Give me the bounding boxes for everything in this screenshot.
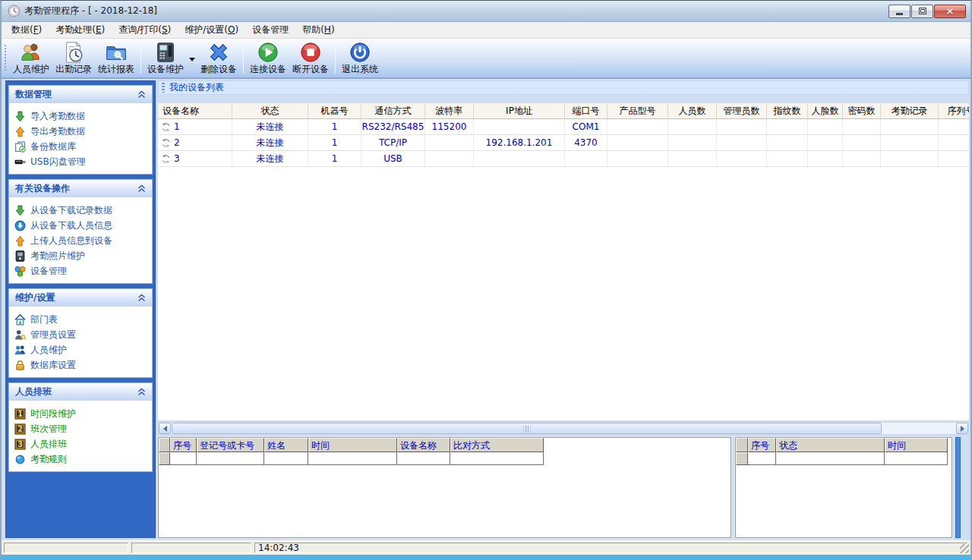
toolbar-button-users[interactable]: 人员维护 (10, 40, 52, 77)
grid-cell (776, 452, 885, 465)
device-column-header: 设备名称 (158, 103, 232, 118)
menu-item-5[interactable]: 设备管理 (245, 22, 295, 39)
sidebar-item[interactable]: 从设备下载人员信息 (14, 218, 149, 233)
toolbar-button-report-folder[interactable]: 统计报表 (95, 40, 137, 77)
sidebar-item[interactable]: 人员维护 (14, 342, 149, 357)
device-row-3[interactable]: 3未连接1USB (158, 151, 969, 167)
toolbar-button-disconnect-stop[interactable]: 断开设备 (289, 40, 332, 77)
report-folder-icon (105, 41, 128, 64)
scroll-right-arrow[interactable] (956, 423, 968, 434)
grid-cell (748, 452, 776, 465)
grid-indicator-header (736, 438, 748, 452)
toolbar-separator (243, 43, 244, 74)
grid-column-header: 序号 (170, 438, 197, 452)
toolbar-button-record-clock[interactable]: 出勤记录 (52, 40, 95, 77)
num2-icon: 2 (14, 423, 26, 435)
minimize-icon (896, 13, 903, 15)
device-row-1[interactable]: 1未连接1RS232/RS485115200COM1 (158, 119, 969, 135)
sidebar-item-label: 部门表 (30, 313, 58, 326)
menu-item-3[interactable]: 查询/打印(S) (112, 22, 178, 39)
sidebar-item[interactable]: 备份数据库 (14, 139, 149, 154)
restore-icon (919, 8, 926, 14)
clock-text: 14:02:43 (258, 543, 299, 553)
sidebar-item[interactable]: 数据库设置 (14, 357, 149, 373)
sidebar-item[interactable]: 上传人员信息到设备 (14, 233, 149, 248)
sidebar-item-label: 考勤照片维护 (30, 250, 85, 263)
row-indicator (159, 452, 170, 465)
sidebar-item[interactable]: 设备管理 (14, 263, 149, 278)
device-cell (881, 135, 939, 151)
grid-cell (197, 452, 264, 465)
delete-x-icon (207, 41, 230, 64)
record-clock-icon (62, 41, 85, 64)
resize-grip-icon[interactable] (960, 544, 969, 553)
arrow-up-orange-icon (14, 126, 26, 137)
device-column-header: 序列号 (939, 103, 969, 118)
restore-button[interactable] (911, 5, 933, 18)
toolbar-button-label: 退出系统 (342, 64, 378, 74)
section-header-2[interactable]: 有关设备操作 (9, 180, 152, 197)
device-cell (808, 135, 843, 151)
minimize-button[interactable] (888, 5, 910, 18)
toolbar-button-label: 人员维护 (13, 64, 49, 74)
status-bar: 14:02:43 (2, 540, 970, 555)
toolbar-button-delete-x[interactable]: 删除设备 (197, 40, 240, 77)
toolbar-grip[interactable] (4, 45, 8, 72)
sidebar-item-label: 从设备下载记录数据 (30, 204, 112, 217)
exit-power-icon (349, 41, 371, 64)
sidebar-item[interactable]: 1时间段维护 (14, 406, 149, 421)
device-cell (843, 151, 881, 167)
sidebar-item-label: 人员排班 (30, 438, 67, 451)
device-cell: 192.168.1.201 (474, 135, 565, 151)
sidebar-item[interactable]: 2班次管理 (14, 421, 149, 436)
toolbar-button-connect-play[interactable]: 连接设备 (247, 40, 289, 77)
device-cell: 未连接 (232, 151, 308, 167)
section-header-4[interactable]: 人员排班 (9, 383, 152, 401)
grid-column-header: 时间 (885, 438, 948, 452)
menu-item-4[interactable]: 维护/设置(O) (178, 22, 245, 39)
dropdown-arrow-icon[interactable] (187, 40, 197, 77)
connect-play-icon (257, 41, 279, 64)
toolbar-button-exit-power[interactable]: 退出系统 (339, 40, 381, 77)
sidebar-item[interactable]: 考勤规则 (14, 451, 149, 467)
sidebar-item[interactable]: 部门表 (14, 312, 149, 327)
sidebar-item[interactable]: USB闪盘管理 (14, 154, 149, 169)
toolbar-button-label: 统计报表 (98, 64, 134, 74)
sidebar-item[interactable]: 考勤照片维护 (14, 248, 149, 263)
sidebar-item[interactable]: 管理员设置 (14, 327, 149, 342)
device-cell: 115200 (425, 119, 474, 135)
caption-grip[interactable] (162, 83, 165, 93)
close-button[interactable]: × (934, 5, 966, 18)
svg-text:2: 2 (17, 425, 23, 433)
realtime-records-grid: 序号登记号或卡号姓名时间设备名称比对方式 (158, 437, 731, 538)
device-cell (425, 151, 474, 167)
menu-item-2[interactable]: 考勤处理(E) (49, 22, 112, 39)
sidebar-item[interactable]: 导入考勤数据 (14, 109, 149, 124)
device-cell (565, 151, 608, 167)
scroll-left-arrow[interactable] (159, 423, 171, 434)
device-cell: 3 (158, 151, 232, 167)
device-row-2[interactable]: 2未连接1TCP/IP192.168.1.2014370 (158, 135, 969, 151)
menu-bar: 数据(F)考勤处理(E)查询/打印(S)维护/设置(O)设备管理帮助(H) (2, 22, 970, 39)
arrow-down-green-icon (14, 111, 26, 122)
section-title: 数据管理 (15, 88, 52, 101)
department-home-icon (14, 314, 26, 326)
section-header-1[interactable]: 数据管理 (9, 86, 152, 103)
sidebar-item-label: 导入考勤数据 (30, 110, 85, 123)
toolbar-button-device-terminal[interactable]: 设备维护 (144, 40, 187, 77)
device-cell (608, 135, 668, 151)
grid-empty-row (736, 452, 951, 465)
scrollbar-thumb[interactable] (172, 423, 882, 434)
sidebar-item[interactable]: 从设备下载记录数据 (14, 203, 149, 218)
device-cell (767, 135, 808, 151)
section-header-3[interactable]: 维护/设置 (9, 289, 152, 307)
users-icon (20, 41, 43, 64)
sidebar-item[interactable]: 导出考勤数据 (14, 124, 149, 139)
menu-item-6[interactable]: 帮助(H) (295, 22, 341, 39)
horizontal-scrollbar[interactable] (158, 422, 969, 435)
sidebar-section-4: 人员排班1时间段维护2班次管理3人员排班考勤规则 (8, 382, 153, 472)
grid-cell (308, 452, 397, 465)
menu-item-1[interactable]: 数据(F) (5, 22, 49, 39)
app-window: 考勤管理程序 - [ - 2018-12-18] × 数据(F)考勤处理(E)查… (0, 0, 972, 560)
sidebar-item[interactable]: 3人员排班 (14, 436, 149, 451)
